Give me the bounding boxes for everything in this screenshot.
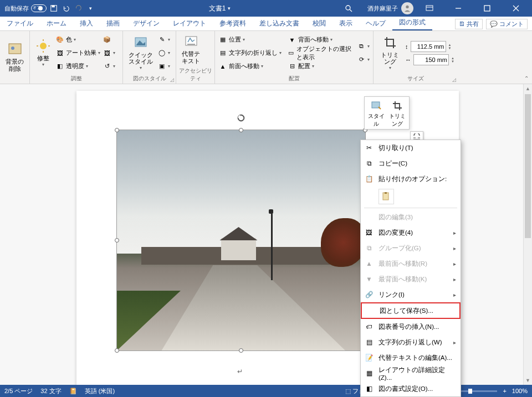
collapse-ribbon-icon[interactable]: ⌃ <box>524 75 529 81</box>
width-spinner[interactable]: ▲▼ <box>451 56 454 63</box>
page-indicator[interactable]: 2/5 ページ <box>4 387 33 395</box>
artistic-effects-button[interactable]: 🖼アート効果 ▾ <box>55 47 100 59</box>
width-input[interactable] <box>413 54 449 65</box>
tab-view[interactable]: 表示 <box>332 17 359 30</box>
minimize-icon[interactable] <box>446 0 471 17</box>
group-objects-button[interactable]: ⧉▾ <box>357 40 370 53</box>
undo-icon[interactable] <box>61 3 71 13</box>
scroll-up-icon[interactable]: ▲ <box>524 84 532 93</box>
ctx-link[interactable]: 🔗リンク(I)▸ <box>361 287 461 302</box>
quick-style-button[interactable]: クイック スタイル▾ <box>126 34 155 72</box>
align-button[interactable]: ⊟配置 ▾ <box>288 60 355 73</box>
close-icon[interactable] <box>503 0 529 17</box>
share-button[interactable]: 🖻 共有 <box>455 19 483 29</box>
pic-effects-button[interactable]: ◯▾ <box>157 47 170 59</box>
pic-border-button[interactable]: ✎▾ <box>157 34 170 46</box>
send-backward-button[interactable]: ▼背面へ移動 ▾ <box>288 34 355 46</box>
tab-file[interactable]: ファイル <box>0 17 40 30</box>
zoom-level[interactable]: 100% <box>512 388 528 394</box>
remove-bg-icon <box>7 42 23 57</box>
mini-crop-button[interactable]: トリミング <box>388 100 407 128</box>
ctx-send-back: ▼最背面へ移動(K)▸ <box>361 271 461 287</box>
scroll-down-icon[interactable]: ▼ <box>524 376 532 385</box>
dialog-launcher-icon[interactable]: ◿ <box>170 77 174 83</box>
search-icon[interactable] <box>344 4 353 13</box>
maximize-icon[interactable] <box>474 0 500 17</box>
resize-handle[interactable] <box>115 238 119 243</box>
alt-text-icon: 📝 <box>364 353 374 363</box>
alt-text-button[interactable]: 代替テ キスト <box>180 33 202 65</box>
comment-button[interactable]: 💬 コメント <box>486 19 528 29</box>
resize-handle[interactable] <box>239 348 243 353</box>
paragraph-mark: ↵ <box>237 368 243 375</box>
ctx-copy[interactable]: ⧉コピー(C) <box>361 156 461 171</box>
resize-handle[interactable] <box>115 348 119 353</box>
paste-icon: 📋 <box>364 174 374 184</box>
qat-more-icon[interactable]: ▾ <box>85 3 95 13</box>
ctx-cut[interactable]: ✂切り取り(T) <box>361 140 461 156</box>
user-account[interactable]: 酒井麻里子 <box>367 2 413 14</box>
tab-picture-format[interactable]: 図の形式 <box>392 16 432 30</box>
ctx-save-as-picture[interactable]: 図として保存(S)... <box>361 302 461 319</box>
group-adjust-label: 調整 <box>30 75 122 84</box>
autosave-toggle[interactable]: 自動保存 オフ <box>4 4 47 13</box>
language-indicator[interactable]: 英語 (米国) <box>85 387 115 395</box>
dialog-launcher-icon[interactable]: ◿ <box>452 77 456 83</box>
tab-design[interactable]: デザイン <box>126 17 166 30</box>
tab-help[interactable]: ヘルプ <box>359 17 392 30</box>
layout-icon: ▦ <box>364 368 374 378</box>
ctx-layout-detail[interactable]: ▦レイアウトの詳細設定(Z)... <box>361 365 461 381</box>
change-pic-button[interactable]: 🖼▾ <box>103 47 115 59</box>
tab-insert[interactable]: 挿入 <box>73 17 100 30</box>
ctx-format-picture[interactable]: ◧図の書式設定(O)... <box>361 381 461 396</box>
border-icon: ✎ <box>157 35 166 44</box>
height-spinner[interactable]: ▲▼ <box>448 43 452 50</box>
corrections-button[interactable]: 修整▾ <box>33 37 53 69</box>
selection-pane-button[interactable]: ▭オブジェクトの選択と表示 <box>288 47 355 59</box>
ctx-text-wrap[interactable]: ▤文字列の折り返し(W)▸ <box>361 334 461 350</box>
mini-style-button[interactable]: スタイル <box>367 100 386 128</box>
rotate-handle[interactable] <box>237 114 245 122</box>
pic-layout-button[interactable]: ▣▾ <box>157 60 170 73</box>
ctx-paste-label: 📋貼り付けのオプション: <box>361 171 461 187</box>
tab-references[interactable]: 参考資料 <box>213 17 253 30</box>
ribbon-display-icon[interactable] <box>417 0 442 17</box>
wrap-icon: ▤ <box>218 49 227 58</box>
crop-icon <box>382 35 398 50</box>
compress-button[interactable]: 📦 <box>103 34 115 46</box>
transparency-button[interactable]: ◧透明度 ▾ <box>55 60 100 73</box>
scroll-thumb[interactable] <box>525 94 531 238</box>
save-icon[interactable] <box>49 3 59 13</box>
color-button[interactable]: 🎨色 ▾ <box>55 34 100 46</box>
link-icon: 🔗 <box>364 290 374 300</box>
zoom-in-icon[interactable]: + <box>503 388 506 394</box>
tab-draw[interactable]: 描画 <box>100 17 126 30</box>
rotate-button[interactable]: ⟳▾ <box>357 54 370 66</box>
crop-button[interactable]: トリミング▾ <box>377 34 403 72</box>
back-icon: ▼ <box>364 274 374 284</box>
tab-layout[interactable]: レイアウト <box>166 17 213 30</box>
svg-point-4 <box>406 6 408 8</box>
spellcheck-icon[interactable]: 📔 <box>69 388 77 395</box>
ctx-change-picture[interactable]: 🖼図の変更(4)▸ <box>361 225 461 240</box>
reset-pic-button[interactable]: ↺▾ <box>103 60 115 73</box>
paste-option-button[interactable] <box>378 189 394 204</box>
remove-background-button[interactable]: 背景の 削除 <box>3 40 26 73</box>
bring-forward-button[interactable]: ▲前面へ移動 ▾ <box>218 60 285 73</box>
group-arrange-label: 配置 <box>215 75 373 84</box>
alt-text-icon <box>183 34 199 49</box>
selected-image[interactable] <box>116 130 366 351</box>
tab-review[interactable]: 校閲 <box>306 17 332 30</box>
redo-icon[interactable] <box>73 3 83 13</box>
height-input[interactable] <box>411 41 446 52</box>
ctx-insert-caption[interactable]: 🏷図表番号の挿入(N)... <box>361 319 461 334</box>
tab-mailings[interactable]: 差し込み文書 <box>253 17 306 30</box>
vertical-scrollbar[interactable]: ▲ ▼ <box>523 84 532 385</box>
wrap-text-button[interactable]: ▤文字列の折り返し ▾ <box>218 47 285 59</box>
tab-home[interactable]: ホーム <box>40 17 73 30</box>
resize-handle[interactable] <box>115 128 119 132</box>
resize-handle[interactable] <box>239 128 243 132</box>
ctx-edit-alt-text[interactable]: 📝代替テキストの編集(A)... <box>361 350 461 365</box>
word-count[interactable]: 32 文字 <box>40 387 61 395</box>
position-button[interactable]: ▦位置 ▾ <box>218 34 285 46</box>
